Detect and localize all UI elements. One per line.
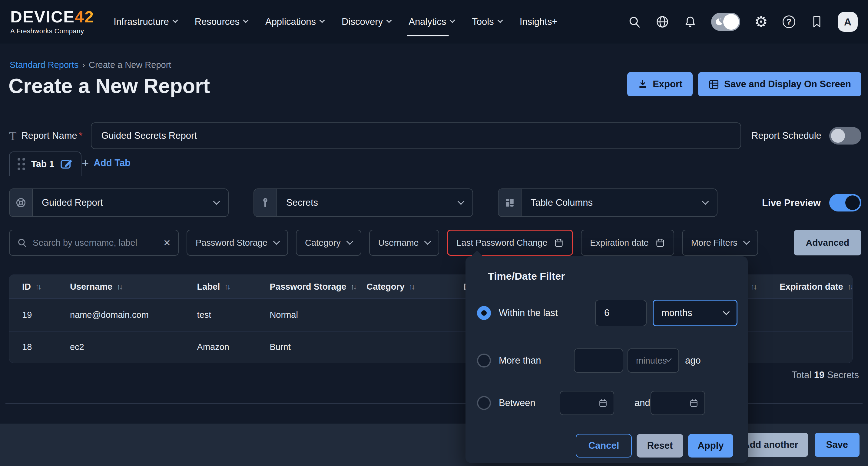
save-and-display-button[interactable]: Save and Display On Screen — [698, 72, 861, 96]
filter-username[interactable]: Username — [369, 230, 439, 256]
menu-analytics[interactable]: Analytics — [408, 17, 454, 27]
export-button[interactable]: Export — [627, 72, 693, 96]
chevron-down-icon — [424, 238, 431, 245]
more-than-radio[interactable] — [477, 354, 491, 368]
filter-password-storage[interactable]: Password Storage — [187, 230, 288, 256]
advanced-button[interactable]: Advanced — [794, 230, 861, 255]
search-input[interactable] — [33, 238, 158, 248]
more-than-value-input[interactable] — [574, 348, 623, 373]
calendar-icon — [655, 237, 665, 248]
between-radio[interactable] — [477, 396, 491, 410]
search-icon[interactable] — [627, 15, 642, 29]
toggle-knob — [845, 196, 860, 210]
chevron-down-icon — [172, 17, 178, 23]
calendar-icon — [689, 398, 699, 408]
wrench-icon — [254, 189, 277, 216]
chevron-down-icon — [273, 238, 280, 245]
column-header-password-storage[interactable]: Password Storage↑↓ — [260, 282, 358, 292]
between-start-date-input[interactable] — [560, 391, 614, 415]
main-menu: Infrastructure Resources Applications Di… — [114, 17, 557, 27]
brand-number: 42 — [75, 7, 94, 26]
filter-expiration-date[interactable]: Expiration date — [581, 230, 674, 256]
page-title: Create a New Report — [8, 74, 210, 97]
chevron-down-icon — [702, 198, 709, 205]
time-date-filter-popup: Time/Date Filter Within the last 6 month… — [465, 256, 748, 463]
bookmark-icon[interactable] — [810, 15, 824, 29]
more-than-label: More than — [499, 355, 541, 366]
moon-icon — [714, 17, 724, 27]
report-schedule-toggle[interactable] — [829, 127, 861, 145]
filter-category[interactable]: Category — [296, 230, 361, 256]
chevron-down-icon — [213, 198, 220, 205]
between-label: Between — [499, 398, 535, 408]
within-last-radio[interactable] — [477, 306, 491, 320]
object-value: Secrets — [286, 197, 318, 208]
notifications-bell-icon[interactable] — [683, 15, 697, 29]
chevron-down-icon — [346, 238, 353, 245]
chevron-down-icon — [743, 238, 750, 245]
menu-tools[interactable]: Tools — [472, 17, 502, 27]
column-header-username[interactable]: Username↑↓ — [61, 282, 188, 292]
tab-label: Tab 1 — [31, 159, 54, 169]
chevron-down-icon — [386, 17, 392, 23]
tab-bar: Tab 1 + Add Tab — [0, 151, 868, 176]
reset-button[interactable]: Reset — [637, 434, 683, 458]
within-last-label: Within the last — [499, 308, 558, 318]
live-preview-toggle[interactable] — [829, 194, 861, 211]
settings-gear-icon[interactable]: ⚙ — [754, 15, 768, 29]
edit-tab-icon[interactable] — [60, 158, 73, 169]
report-schedule: Report Schedule — [751, 127, 861, 145]
more-than-unit-select[interactable]: minutes — [627, 348, 679, 373]
chevron-down-icon — [497, 17, 503, 23]
and-label: and — [634, 398, 650, 408]
cancel-button[interactable]: Cancel — [576, 434, 632, 458]
brand-text: DEVICE — [10, 7, 75, 26]
popup-title: Time/Date Filter — [488, 270, 565, 282]
search-icon — [17, 237, 27, 248]
toggle-knob — [723, 14, 739, 30]
globe-icon[interactable] — [655, 15, 669, 29]
between-end-date-input[interactable] — [651, 391, 705, 415]
menu-infrastructure[interactable]: Infrastructure — [114, 17, 177, 27]
total-count: Total 19 Secrets — [792, 370, 859, 381]
sort-icon: ↑↓ — [847, 282, 852, 291]
top-navbar: DEVICE42 A Freshworks Company Infrastruc… — [0, 0, 868, 44]
menu-insights[interactable]: Insights+ — [520, 17, 558, 27]
within-last-value-input[interactable]: 6 — [595, 300, 647, 326]
table-icon — [708, 79, 719, 90]
tab-1[interactable]: Tab 1 — [9, 151, 82, 176]
guided-report-icon — [10, 189, 33, 216]
column-header-label[interactable]: Label↑↓ — [188, 282, 261, 292]
filter-last-password-change[interactable]: Last Password Change — [447, 230, 573, 256]
live-preview-label: Live Preview — [762, 197, 821, 208]
chevron-down-icon — [450, 17, 455, 23]
object-select[interactable]: Secrets — [253, 188, 473, 217]
menu-discovery[interactable]: Discovery — [342, 17, 391, 27]
chevron-down-icon — [723, 308, 730, 315]
menu-applications[interactable]: Applications — [265, 17, 324, 27]
table-columns-select[interactable]: Table Columns — [498, 188, 717, 217]
calendar-icon — [554, 237, 564, 248]
device42-logo[interactable]: DEVICE42 A Freshworks Company — [10, 8, 94, 35]
within-last-unit-select[interactable]: months — [653, 300, 738, 326]
column-header-expiration-date[interactable]: Expiration date↑↓ — [771, 282, 852, 292]
help-icon[interactable]: ? — [782, 15, 796, 29]
filter-more-filters[interactable]: More Filters — [682, 230, 758, 256]
live-preview: Live Preview — [762, 194, 861, 211]
clear-search-icon[interactable]: ✕ — [163, 237, 171, 248]
apply-button[interactable]: Apply — [688, 434, 733, 458]
save-button[interactable]: Save — [815, 433, 860, 457]
breadcrumb-standard-reports[interactable]: Standard Reports — [10, 60, 79, 70]
table-columns-value: Table Columns — [531, 197, 593, 208]
sort-icon: ↑↓ — [224, 282, 229, 291]
column-header-category[interactable]: Category↑↓ — [358, 282, 454, 292]
user-avatar[interactable]: A — [838, 12, 858, 32]
report-type-select[interactable]: Guided Report — [9, 188, 229, 217]
dark-mode-toggle[interactable] — [711, 13, 740, 31]
report-name-input[interactable] — [91, 122, 741, 149]
drag-handle-icon[interactable] — [18, 158, 25, 170]
add-tab-button[interactable]: + Add Tab — [82, 157, 130, 169]
column-header-id[interactable]: ID↑↓ — [9, 282, 61, 292]
menu-resources[interactable]: Resources — [195, 17, 248, 27]
breadcrumb-separator: › — [82, 60, 85, 70]
